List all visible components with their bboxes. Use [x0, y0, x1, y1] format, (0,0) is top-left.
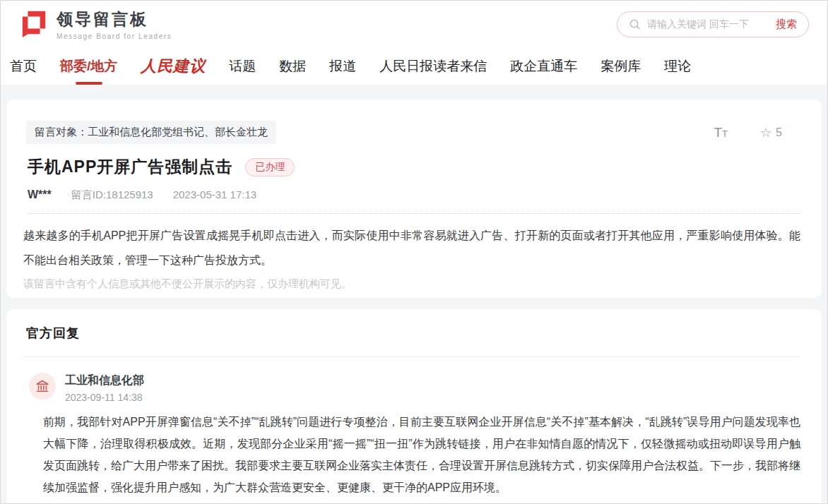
reply-divider: [22, 356, 800, 357]
message-card: 留言对象：工业和信息化部党组书记、部长金壮龙 TT ☆ 5 手机APP开屏广告强…: [6, 100, 822, 298]
main-nav: 首页 部委/地方 人民建议 话题 数据 报道 人民日报读者来信 政企直通车 案例…: [1, 47, 827, 85]
nav-item-reports[interactable]: 报道: [329, 57, 356, 76]
message-author: W***: [28, 188, 52, 201]
logo-icon: [19, 8, 49, 40]
message-datetime: 2023-05-31 17:13: [173, 188, 256, 200]
reply-agency-name: 工业和信息化部: [65, 373, 144, 388]
message-body: 越来越多的手机APP把开屏广告设置成摇晃手机即点击进入，而实际使用中非常容易就进…: [23, 223, 800, 272]
content: 留言对象：工业和信息化部党组书记、部长金壮龙 TT ☆ 5 手机APP开屏广告强…: [1, 85, 827, 504]
nav-item-case-library[interactable]: 案例库: [601, 57, 641, 76]
privacy-note: 该留言中含有个人信息或其他不便公开展示的内容，仅办理机构可见。: [23, 277, 800, 291]
message-id: 留言ID:18125913: [71, 188, 153, 202]
nav-item-people-suggestions[interactable]: 人民建议: [141, 56, 206, 77]
font-size-small: T: [722, 128, 728, 139]
official-reply-card: 官方回复 工业和信息化部 2023-09-11 14:38: [6, 309, 822, 504]
message-tools: TT ☆ 5: [714, 125, 782, 140]
search-box: 搜索: [617, 11, 809, 37]
reply-datetime: 2023-09-11 14:38: [65, 392, 144, 403]
reply-body: 前期，我部针对APP开屏弹窗信息“关不掉”“乱跳转”问题进行专项整治，目前主要互…: [43, 411, 800, 498]
message-title: 手机APP开屏广告强制点击: [28, 156, 232, 178]
nav-item-home[interactable]: 首页: [10, 57, 37, 76]
star-icon: ☆: [760, 125, 771, 140]
dotted-divider: [28, 213, 800, 214]
nav-item-reader-letters[interactable]: 人民日报读者来信: [379, 57, 487, 76]
search-input[interactable]: [647, 18, 769, 30]
reply-header: 工业和信息化部 2023-09-11 14:38: [29, 373, 800, 403]
status-badge: 已办理: [245, 158, 295, 176]
logo-text: 领导留言板 Message Board for Leaders: [57, 8, 172, 40]
logo-subtitle: Message Board for Leaders: [57, 32, 172, 40]
nav-item-theory[interactable]: 理论: [664, 57, 691, 76]
nav-item-gov-enterprise[interactable]: 政企直通车: [510, 57, 577, 76]
message-meta: W*** 留言ID:18125913 2023-05-31 17:13: [28, 188, 800, 202]
font-size-control[interactable]: TT: [714, 125, 728, 140]
avatar: [29, 373, 56, 400]
header: 领导留言板 Message Board for Leaders 搜索: [1, 1, 827, 47]
nav-item-topics[interactable]: 话题: [229, 57, 256, 76]
message-target-tag: 留言对象：工业和信息化部党组书记、部长金壮龙: [26, 121, 276, 144]
government-building-icon: [35, 378, 50, 394]
star-count: 5: [776, 126, 782, 139]
site-logo[interactable]: 领导留言板 Message Board for Leaders: [19, 8, 172, 40]
page: 领导留言板 Message Board for Leaders 搜索 首页 部委…: [0, 0, 828, 504]
nav-item-data[interactable]: 数据: [279, 57, 306, 76]
font-size-large: T: [714, 125, 722, 140]
search-button[interactable]: 搜索: [776, 18, 797, 31]
reply-section-title: 官方回复: [26, 325, 800, 342]
search-icon: [629, 18, 641, 30]
nav-item-ministries-local[interactable]: 部委/地方: [60, 57, 117, 76]
favorite-control[interactable]: ☆ 5: [760, 125, 782, 140]
logo-title: 领导留言板: [57, 8, 172, 30]
